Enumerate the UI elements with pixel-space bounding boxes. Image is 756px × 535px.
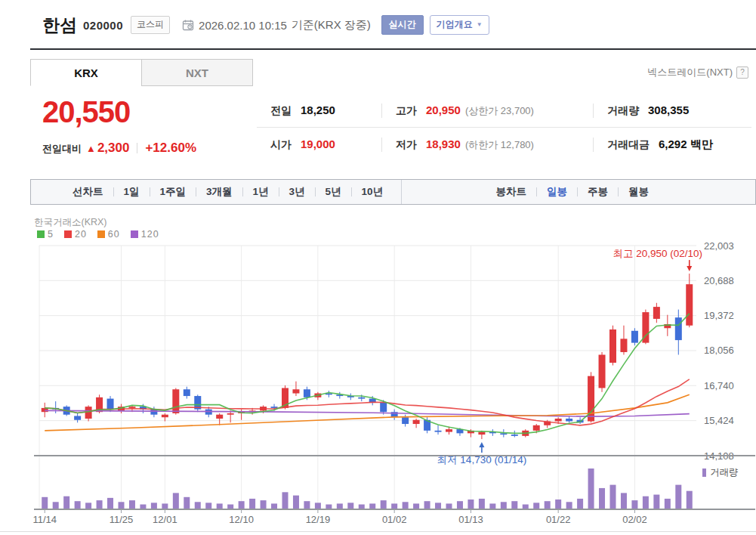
volume-bar <box>129 500 135 509</box>
change-percent: +12.60% <box>145 141 196 156</box>
tab-nxt[interactable]: NXT <box>141 59 253 86</box>
volume-bar <box>457 501 463 509</box>
x-axis-label: 02/02 <box>622 514 647 525</box>
x-axis-label: 12/19 <box>306 514 331 525</box>
range-3m-button[interactable]: 3개월 <box>196 185 242 199</box>
open-cell: 시가 19,000 <box>257 138 381 152</box>
volume-bar <box>413 503 419 509</box>
range-1y-button[interactable]: 1년 <box>243 185 279 199</box>
volume-bar <box>610 485 616 509</box>
info-row-1: 전일 18,250 고가 20,950 (상한가 23,700) 거래량 308… <box>257 94 751 128</box>
candlestick <box>653 307 660 319</box>
open-value: 19,000 <box>301 138 335 150</box>
volume-bar <box>107 498 113 509</box>
volume-bar <box>184 497 190 509</box>
y-axis-label: 15,424 <box>704 415 734 426</box>
stock-code: 020000 <box>83 19 123 32</box>
volume-bar <box>545 501 551 509</box>
nextrade-link[interactable]: 넥스트레이드(NXT) ? <box>647 66 748 79</box>
volume-bar <box>173 493 179 509</box>
volume-cell: 거래량 308,355 <box>593 104 751 118</box>
x-axis-label: 01/02 <box>382 514 407 525</box>
low-label: 저가 <box>396 138 417 152</box>
price-chart: 22,00320,68819,37218,05616,74015,42414,1… <box>0 214 756 535</box>
volume-bar <box>195 502 201 509</box>
volume-bar <box>205 503 211 509</box>
volume-legend: 거래량 <box>702 466 739 479</box>
volume-bar <box>665 499 671 509</box>
low-cell: 저가 18,930 (하한가 12,780) <box>381 138 593 152</box>
period-daily-button[interactable]: 일봉 <box>537 185 577 199</box>
x-axis-label: 11/25 <box>110 514 134 525</box>
candlestick <box>533 425 540 431</box>
volume-bar <box>566 502 572 509</box>
volume-bar <box>643 496 649 509</box>
line-chart-button[interactable]: 선차트 <box>63 185 113 199</box>
upper-limit-value: (상한가 23,700) <box>465 104 534 118</box>
volume-bar <box>577 499 583 509</box>
exchange-tabs: KRX NXT 넥스트레이드(NXT) ? <box>30 59 756 88</box>
period-weekly-button[interactable]: 주봉 <box>578 185 618 199</box>
volume-bar <box>97 500 103 509</box>
volume-bar <box>293 496 299 509</box>
company-overview-label: 기업개요 <box>437 18 473 31</box>
change-value: 2,300 <box>97 141 130 156</box>
amount-label: 거래대금 <box>607 138 650 152</box>
company-overview-button[interactable]: 기업개요 ▼ <box>430 15 489 35</box>
x-axis-label: 01/22 <box>546 514 571 525</box>
volume-bar <box>403 502 409 509</box>
chart-toolbar: 선차트 1일 1주일 3개월 1년 3년 5년 10년 봉차트 일봉 주봉 월봉 <box>30 179 756 205</box>
volume-bar <box>119 502 125 509</box>
volume-bar <box>391 503 397 509</box>
volume-legend-label: 거래량 <box>710 466 739 479</box>
divider <box>137 143 137 153</box>
period-monthly-button[interactable]: 월봉 <box>619 185 659 199</box>
candlestick <box>271 407 278 408</box>
candlestick <box>566 419 572 422</box>
prev-close-label: 전일 <box>270 104 292 118</box>
volume-bar <box>424 501 430 509</box>
volume-bar <box>501 502 507 509</box>
candlestick <box>358 397 365 399</box>
y-axis-label: 19,372 <box>704 310 734 321</box>
candlestick <box>413 420 420 424</box>
volume-bar <box>239 501 245 509</box>
candlestick <box>686 284 693 326</box>
volume-bar <box>261 500 267 509</box>
volume-bar <box>249 499 255 509</box>
help-icon[interactable]: ? <box>736 66 748 79</box>
header: 한섬 020000 코스피 2026.02.10 10:15 기준(KRX 장중… <box>42 12 489 38</box>
candlestick <box>216 415 223 419</box>
candlestick <box>555 419 562 422</box>
range-10y-button[interactable]: 10년 <box>352 185 393 199</box>
candlestick <box>620 339 627 352</box>
candlestick <box>227 413 234 415</box>
range-5y-button[interactable]: 5년 <box>316 185 351 199</box>
tab-krx[interactable]: KRX <box>30 59 142 86</box>
range-1w-button[interactable]: 1주일 <box>150 185 196 199</box>
volume-bar <box>599 488 605 509</box>
open-label: 시가 <box>270 138 292 152</box>
volume-bar <box>369 503 375 509</box>
quote-timestamp-basis: 기준(KRX 장중) <box>292 18 371 32</box>
candlestick <box>162 415 168 418</box>
volume-bar <box>315 503 321 509</box>
chevron-down-icon: ▼ <box>477 21 483 28</box>
range-1d-button[interactable]: 1일 <box>114 185 150 199</box>
chart-type-group: 선차트 1일 1주일 3개월 1년 3년 5년 10년 <box>63 180 393 204</box>
realtime-button[interactable]: 실시간 <box>381 15 424 35</box>
candle-chart-button[interactable]: 봉차트 <box>486 185 537 199</box>
volume-bar <box>467 499 474 509</box>
candlestick <box>74 416 81 419</box>
volume-bar <box>533 503 539 509</box>
x-axis-label: 01/13 <box>458 514 483 525</box>
candlestick <box>304 389 310 397</box>
range-3y-button[interactable]: 3년 <box>279 185 315 199</box>
header-divider <box>30 48 756 50</box>
candlestick <box>402 417 409 424</box>
volume-bar <box>304 501 310 509</box>
low-value: 18,930 <box>426 138 461 150</box>
volume-bar <box>555 499 561 509</box>
low-arrow-icon <box>479 442 484 447</box>
volume-label: 거래량 <box>607 104 639 118</box>
